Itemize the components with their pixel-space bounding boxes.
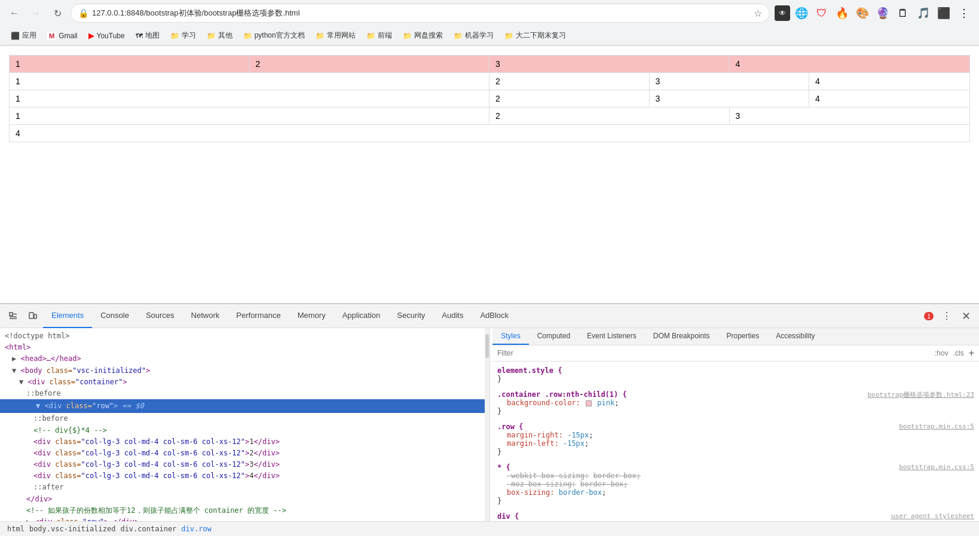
extension-icon-6[interactable]: 🔮 [874,4,892,22]
html-line-5[interactable]: ▼ <div class="container"> [19,377,485,388]
css-property-bg[interactable]: background-color: pink; [507,399,974,407]
bookmark-daner[interactable]: 📁 大二下期末复习 [500,29,571,42]
url-input[interactable] [92,9,750,18]
add-style-button[interactable]: + [969,348,974,359]
bookmark-youtube[interactable]: ▶ YouTube [84,29,130,42]
devtools-more-button[interactable]: ⋮ [938,308,955,325]
tab-console[interactable]: Console [92,304,137,328]
html-line-16: <!-- 如果孩子的份数相加等于12，则孩子能占满整个 container 的宽… [26,505,485,516]
css-property-moz[interactable]: -moz-box-sizing: border-box; [507,480,974,488]
youtube-icon: ▶ [88,31,94,40]
bookmark-qianduan[interactable]: 📁 前端 [362,29,397,42]
tab-styles[interactable]: Styles [492,328,529,345]
tab-adblock[interactable]: AdBlock [472,304,517,328]
css-section-element-style: element.style { } [497,366,974,383]
back-button[interactable]: ← [6,5,23,22]
html-line-1: <!doctype html> [5,331,485,342]
svg-rect-4 [29,313,33,319]
css-source-1[interactable]: bootstrap栅格选项参数.html:23 [867,390,974,399]
grid-row-3: 1 2 3 4 [9,90,970,108]
hov-button[interactable]: :hov [935,349,949,357]
css-property-webkit[interactable]: -webkit-box-sizing: border-box; [507,472,974,480]
bookmark-python[interactable]: 📁 python官方文档 [238,29,310,42]
html-line-4[interactable]: ▼ <body class="vsc-initialized"> [12,365,485,377]
error-badge: 1 [924,312,934,320]
tab-application[interactable]: Application [334,304,389,328]
reload-button[interactable]: ↻ [49,5,66,22]
tab-computed[interactable]: Computed [529,328,579,345]
bookmark-apps[interactable]: ⬛ 应用 [6,29,41,42]
more-button[interactable]: ⋮ [955,4,973,22]
tab-elements[interactable]: Elements [43,304,92,328]
css-property-mr[interactable]: margin-right: -15px; [507,431,974,439]
tab-sources[interactable]: Sources [137,304,183,328]
breadcrumb-body[interactable]: body.vsc-initialized [27,524,118,534]
html-line-13[interactable]: <div class="col-lg-3 col-md-4 col-sm-6 c… [33,470,485,482]
html-line-9: <!-- div{$}*4 --> [33,425,485,436]
css-section-star: * { bootstrap.min.css:5 -webkit-box-sizi… [497,463,974,505]
css-source-3[interactable]: bootstrap.min.css:5 [899,463,974,471]
tab-network[interactable]: Network [183,304,228,328]
bookmark-xuexi[interactable]: 📁 学习 [166,29,201,42]
css-content: element.style { } .container .row:nth-ch… [492,362,979,521]
html-line-3[interactable]: ▶ <head>…</head> [12,353,485,365]
devtools-inspect-button[interactable] [5,308,22,325]
bookmark-jiqixuexi[interactable]: 📁 机器学习 [449,29,498,42]
filter-input[interactable] [497,349,930,357]
extension-icon-7[interactable]: 🗒 [894,4,912,22]
bookmark-wangpan[interactable]: 📁 网盘搜索 [398,29,448,42]
css-property-box[interactable]: box-sizing: border-box; [507,488,974,497]
folder-icon-1: 📁 [170,32,179,40]
extension-icon-5[interactable]: 🎨 [853,4,871,22]
tab-performance[interactable]: Performance [228,304,289,328]
html-line-8: ::before [33,413,485,424]
extension-icon-2[interactable]: 🌐 [793,4,810,22]
html-line-12[interactable]: <div class="col-lg-3 col-md-4 col-sm-6 c… [33,459,485,470]
forward-button[interactable]: → [27,5,44,22]
breadcrumb-html[interactable]: html [5,524,27,534]
svg-rect-0 [10,313,13,316]
extension-icon-9[interactable]: ⬛ [935,4,953,22]
star-icon[interactable]: ☆ [754,8,762,19]
address-bar: 🔒 ☆ [71,4,770,23]
grid-row-2: 1 2 3 4 [9,73,970,90]
extension-icon-3[interactable]: 🛡 [813,4,831,22]
grid-cell-5-1: 4 [10,125,250,142]
html-line-10[interactable]: <div class="col-lg-3 col-md-4 col-sm-6 c… [33,436,485,448]
html-line-17[interactable]: ▶ <div class="row">…</div> [26,516,485,521]
devtools-tabs: Elements Console Sources Network Perform… [43,304,922,328]
tab-dom-breakpoints[interactable]: DOM Breakpoints [645,328,718,345]
extension-icon-8[interactable]: 🎵 [914,4,932,22]
tab-accessibility[interactable]: Accessibility [767,328,823,345]
tab-event-listeners[interactable]: Event Listeners [579,328,645,345]
tab-memory[interactable]: Memory [289,304,334,328]
folder-icon-6: 📁 [403,32,412,40]
devtools-body: <!doctype html> <html> ▶ <head>…</head> … [0,328,979,521]
devtools-close-button[interactable]: ✕ [957,308,974,325]
css-property-ml[interactable]: margin-left: -15px; [507,439,974,448]
grid-cell-2-1: 1 [10,73,490,90]
grid-cell-2-3: 3 [650,73,810,90]
extension-icon-1[interactable]: 👁 [775,5,790,21]
bookmark-maps[interactable]: 🗺 地图 [131,29,164,42]
css-source-2[interactable]: bootstrap.min.css:5 [899,423,974,430]
extension-icon-4[interactable]: 🔥 [833,4,851,22]
breadcrumb-row[interactable]: div.row [179,524,214,534]
browser-toolbar: ← → ↻ 🔒 ☆ 👁 🌐 🛡 🔥 🎨 🔮 🗒 🎵 ⬛ ⋮ [0,0,979,26]
breadcrumb-container[interactable]: div.container [118,524,179,534]
grid-cell-1-2: 2 [250,56,490,72]
bookmark-changyong[interactable]: 📁 常用网站 [311,29,360,42]
scroll-track[interactable] [485,328,490,521]
cls-button[interactable]: .cls [953,349,964,357]
tab-properties[interactable]: Properties [718,328,767,345]
tab-security[interactable]: Security [388,304,433,328]
html-line-11[interactable]: <div class="col-lg-3 col-md-4 col-sm-6 c… [33,448,485,459]
bookmark-qita[interactable]: 📁 其他 [202,29,237,42]
html-line-7-selected[interactable]: ▼ <div class="row"> == $0 [0,399,490,413]
grid-cell-1-3: 3 [490,56,730,72]
bookmark-gmail[interactable]: M Gmail [42,30,82,42]
styles-panel: Styles Computed Event Listeners DOM Brea… [492,328,979,521]
devtools-device-button[interactable] [24,308,41,325]
tab-audits[interactable]: Audits [433,304,472,328]
devtools-toolbar: Elements Console Sources Network Perform… [0,304,979,328]
